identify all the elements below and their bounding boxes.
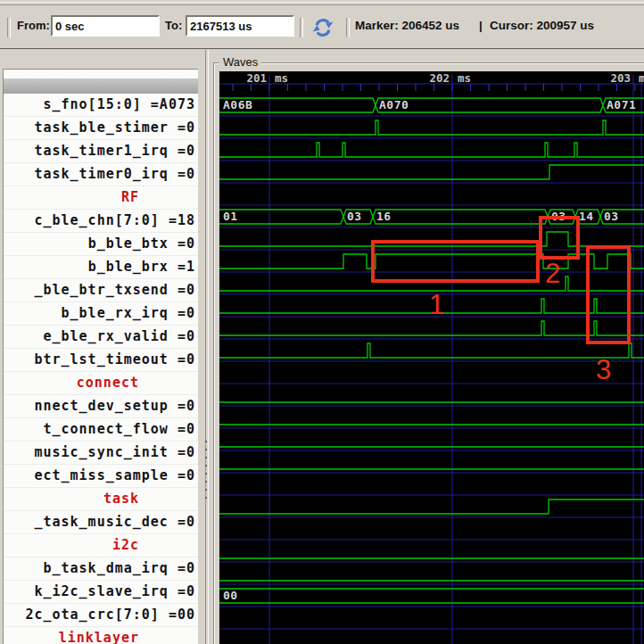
signal-row[interactable]: b_ble_btx =0 <box>4 233 198 256</box>
signal-row[interactable]: k_i2c_slave_irq =0 <box>4 581 198 604</box>
bit-waveform <box>219 143 644 157</box>
ruler-unit-label: ms <box>458 71 471 85</box>
ruler-time-label: 201 <box>246 71 267 85</box>
ruler-unit-label: ms <box>275 71 288 85</box>
bus-value-label: A071 <box>607 98 636 111</box>
to-label: To: <box>165 19 182 32</box>
bit-waveform <box>219 254 644 268</box>
signal-row[interactable]: nnect_dev_setup =0 <box>4 395 198 418</box>
signal-row[interactable]: task_timer0_irq =0 <box>4 163 198 186</box>
bit-waveform <box>219 321 644 335</box>
bit-waveform <box>219 120 644 135</box>
signal-row[interactable]: _task_music_dec =0 <box>4 511 198 534</box>
annotation-box <box>373 242 538 281</box>
signal-group-header[interactable]: task <box>4 488 198 511</box>
signal-row[interactable]: task_timer1_irq =0 <box>4 140 198 163</box>
waves-frame-label: Waves <box>219 55 261 69</box>
from-input[interactable] <box>51 15 160 37</box>
bus-waveform-segment <box>376 98 603 112</box>
refresh-button[interactable] <box>309 15 337 38</box>
signal-row[interactable]: music_sync_init =0 <box>4 442 198 465</box>
bus-value-label: 01 <box>223 210 238 223</box>
splitter-groove <box>205 50 209 644</box>
waveform-canvas[interactable]: 201ms202ms203msA06BA070A0710103160314030… <box>219 71 644 644</box>
signal-row[interactable]: b_task_dma_irq =0 <box>4 557 198 581</box>
bit-waveform <box>219 165 644 179</box>
bit-waveform <box>219 343 644 358</box>
splitter-handle-icon[interactable] <box>203 434 209 502</box>
signal-row[interactable]: ect_miss_sample =0 <box>4 465 198 488</box>
signal-row[interactable]: btr_lst_timeout =0 <box>4 349 198 372</box>
toolbar: From: To: Marker: 206452 us | Cursor: 20… <box>0 0 644 49</box>
to-input[interactable] <box>186 15 294 37</box>
bus-value-label: 14 <box>579 210 594 223</box>
signal-row[interactable]: 2c_ota_crc[7:0] =00 <box>4 604 198 627</box>
signal-row[interactable]: b_ble_rx_irq =0 <box>4 302 198 326</box>
bit-waveform <box>219 500 644 514</box>
waveform-svg: 201ms202ms203msA06BA070A0710103160314030… <box>219 71 644 644</box>
bus-value-label: 03 <box>604 210 619 223</box>
ruler-unit-label: ms <box>639 71 644 85</box>
signal-row[interactable]: t_connect_flow =0 <box>4 418 198 442</box>
cursor-readout: Cursor: 200957 us <box>490 19 594 32</box>
signal-group-header[interactable]: linklayer <box>4 627 198 644</box>
signal-row[interactable]: _ble_btr_txsend =0 <box>4 279 198 302</box>
bus-waveform-segment <box>373 210 548 224</box>
refresh-icon <box>310 15 336 38</box>
signal-row[interactable]: task_ble_stimer =0 <box>4 117 198 140</box>
bus-waveform-segment <box>219 210 343 224</box>
bus-value-label: A070 <box>379 98 409 111</box>
signal-name-panel: s_fno[15:0] =A073task_ble_stimer =0task_… <box>3 69 198 644</box>
bus-waveform-segment <box>219 589 644 603</box>
annotation-number: 2 <box>545 258 560 289</box>
signal-group-header[interactable]: RF <box>4 186 198 210</box>
bit-waveform <box>219 232 644 246</box>
bus-value-label: 16 <box>376 210 392 223</box>
toolbar-grip[interactable] <box>7 18 11 37</box>
bus-value-label: 00 <box>223 589 238 602</box>
signal-group-header[interactable]: i2c <box>4 534 198 557</box>
panel-splitter[interactable] <box>198 50 212 644</box>
from-label: From: <box>17 19 50 32</box>
ruler-time-label: 203 <box>610 71 631 85</box>
signal-panel-header <box>4 78 198 94</box>
bus-value-label: 03 <box>347 210 362 223</box>
toolbar-separator <box>300 18 303 37</box>
marker-cursor-divider: | <box>479 19 483 32</box>
annotation-number: 1 <box>429 289 444 320</box>
signal-group-header[interactable]: connect <box>4 372 198 395</box>
signal-row[interactable]: s_fno[15:0] =A073 <box>4 94 198 117</box>
signal-row[interactable]: c_ble_chn[7:0] =18 <box>4 210 198 233</box>
bus-value-label: A06B <box>223 98 252 111</box>
signal-row[interactable]: b_ble_brx =1 <box>4 256 198 279</box>
toolbar-handle <box>0 2 644 5</box>
toolbar-separator-2 <box>346 18 350 37</box>
signal-row[interactable]: e_ble_rx_valid =0 <box>4 326 198 349</box>
annotation-number: 3 <box>596 354 611 385</box>
marker-readout: Marker: 206452 us <box>355 19 459 32</box>
ruler-time-label: 202 <box>429 71 450 85</box>
